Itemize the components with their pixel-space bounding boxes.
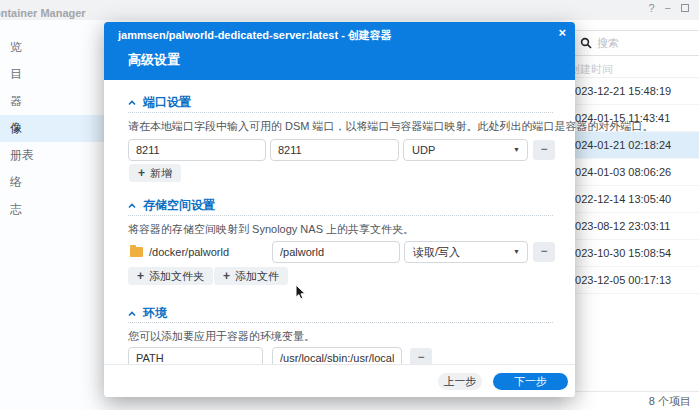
dialog-footer: 上一步 下一步 <box>104 364 575 397</box>
image-list-row[interactable]: 2023-12-05 00:17:13 <box>561 267 699 294</box>
storage-description: 将容器的存储空间映射到 Synology NAS 上的共享文件夹。 <box>128 222 414 237</box>
section-storage-header[interactable]: 存储空间设置 <box>128 197 215 214</box>
sidebar-item-container[interactable]: 器 <box>0 88 104 115</box>
protocol-value: UDP <box>412 144 435 156</box>
screen: Container Manager ? − 览 目 器 像 册表 络 志 创建时… <box>0 0 699 410</box>
plus-icon: + <box>138 166 145 180</box>
divider <box>128 112 553 113</box>
sidebar-item-registry[interactable]: 册表 <box>0 142 104 169</box>
chevron-down-icon: ▼ <box>513 242 520 262</box>
host-path-label: /docker/palworld <box>149 241 229 263</box>
sidebar-item-image[interactable]: 像 <box>0 115 104 142</box>
sidebar-item-overview[interactable]: 览 <box>0 34 104 61</box>
search-icon <box>580 37 592 49</box>
collapse-icon <box>128 100 136 106</box>
image-list-row[interactable]: 2022-12-14 13:05:40 <box>561 186 699 213</box>
image-list-row-selected[interactable]: 2024-01-21 02:18:24 <box>561 132 699 159</box>
image-list-panel: 创建时间 2023-12-21 15:48:19 2024-01-15 11:4… <box>561 20 699 410</box>
protocol-select[interactable]: UDP ▼ <box>403 139 528 161</box>
add-file-button[interactable]: + 添加文件 <box>214 267 288 285</box>
sidebar-item-network[interactable]: 络 <box>0 169 104 196</box>
divider <box>128 322 553 323</box>
image-list-row[interactable]: 2024-01-03 08:06:26 <box>561 159 699 186</box>
environment-description: 您可以添加要应用于容器的环境变量。 <box>128 329 315 344</box>
ports-description: 请在本地端口字段中输入可用的 DSM 端口，以将端口与容器端口映射。此处列出的端… <box>128 119 654 134</box>
divider <box>128 215 553 216</box>
app-title-clip: Container Manager <box>0 3 95 19</box>
permission-select[interactable]: 读取/写入 ▼ <box>404 241 528 263</box>
dialog-title: jammsen/palworld-dedicated-server:latest… <box>118 28 392 43</box>
remove-port-button[interactable]: − <box>533 140 555 160</box>
help-icon[interactable]: ? <box>648 2 654 14</box>
mount-path-input[interactable] <box>272 241 400 263</box>
window-titlebar: Container Manager ? − <box>0 0 699 20</box>
container-port-input[interactable] <box>270 139 399 161</box>
image-list-row[interactable]: 2023-10-30 15:08:54 <box>561 240 699 267</box>
sidebar: 览 目 器 像 册表 络 志 <box>0 20 104 410</box>
add-port-button[interactable]: + 新增 <box>129 164 181 182</box>
mouse-cursor <box>295 284 307 301</box>
plus-icon: + <box>223 269 230 283</box>
minimize-icon[interactable]: − <box>665 2 671 14</box>
chevron-down-icon: ▼ <box>513 140 520 160</box>
sidebar-item-project[interactable]: 目 <box>0 61 104 88</box>
items-count: 8 个项目 <box>561 391 699 410</box>
permission-value: 读取/写入 <box>413 246 460 258</box>
search-box[interactable] <box>571 30 699 56</box>
next-button[interactable]: 下一步 <box>493 373 568 390</box>
app-title: Container Manager <box>0 7 86 19</box>
minus-icon: − <box>540 142 547 156</box>
sidebar-item-log[interactable]: 志 <box>0 196 104 223</box>
search-input[interactable] <box>597 37 687 49</box>
section-storage-title: 存储空间设置 <box>143 197 215 214</box>
image-list-row[interactable]: 2023-12-21 15:48:19 <box>561 78 699 105</box>
minus-icon: − <box>540 244 547 258</box>
add-folder-label: 添加文件夹 <box>149 269 204 284</box>
add-file-label: 添加文件 <box>235 269 279 284</box>
sidebar-items: 览 目 器 像 册表 络 志 <box>0 20 104 223</box>
remove-volume-button[interactable]: − <box>533 242 555 262</box>
add-port-label: 新增 <box>150 166 172 181</box>
section-environment-header[interactable]: 环境 <box>128 305 167 322</box>
window-controls: ? − <box>648 2 689 14</box>
create-container-dialog: jammsen/palworld-dedicated-server:latest… <box>104 22 575 397</box>
column-header-created-time[interactable]: 创建时间 <box>561 60 699 78</box>
minus-icon: − <box>417 350 424 364</box>
image-list-row[interactable]: 2023-08-12 23:03:11 <box>561 213 699 240</box>
plus-icon: + <box>137 269 144 283</box>
collapse-icon <box>128 203 136 209</box>
back-button[interactable]: 上一步 <box>438 373 482 390</box>
section-environment-title: 环境 <box>143 305 167 322</box>
section-ports-title: 端口设置 <box>143 94 191 111</box>
dialog-header: jammsen/palworld-dedicated-server:latest… <box>104 22 575 80</box>
close-icon[interactable]: × <box>558 25 566 40</box>
image-rows: 2023-12-21 15:48:19 2024-01-15 11:43:41 … <box>561 78 699 294</box>
local-port-input[interactable] <box>128 139 266 161</box>
section-ports-header[interactable]: 端口设置 <box>128 94 191 111</box>
dialog-subtitle: 高级设置 <box>128 51 180 69</box>
maximize-icon[interactable] <box>681 4 689 12</box>
folder-icon <box>130 247 143 257</box>
collapse-icon <box>128 311 136 317</box>
add-folder-button[interactable]: + 添加文件夹 <box>128 267 213 285</box>
